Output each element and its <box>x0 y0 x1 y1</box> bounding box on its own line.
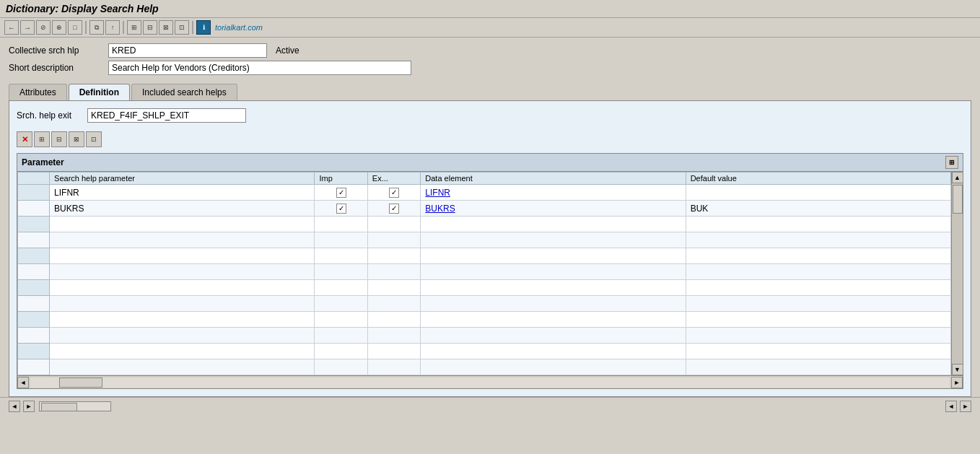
tabs-container: Attributes Definition Included search he… <box>0 84 980 100</box>
scroll-left-arrow[interactable]: ◄ <box>17 377 29 388</box>
cell-imp <box>315 217 367 232</box>
cell-exp <box>367 296 420 312</box>
cell-default-value <box>686 280 950 296</box>
cell-exp <box>367 280 420 296</box>
cell-imp: ✓ <box>315 201 367 217</box>
cell-search-help-param <box>50 248 315 264</box>
cell-search-help-param <box>50 264 315 280</box>
edit2-button[interactable]: ⊡ <box>175 20 189 35</box>
cell-data-element <box>421 248 686 264</box>
title-bar: Dictionary: Display Search Help <box>0 0 980 18</box>
cell-exp <box>367 232 420 248</box>
cell-search-help-param <box>50 328 315 344</box>
new-button[interactable]: □ <box>68 20 82 35</box>
cell-imp <box>315 264 367 280</box>
srch-exit-label: Srch. help exit <box>17 110 82 121</box>
tab-included-search-helps[interactable]: Included search helps <box>131 84 237 100</box>
delete-row-button[interactable]: ✕ <box>17 131 32 147</box>
field-button[interactable]: ⊟ <box>143 20 157 35</box>
row-number <box>18 264 50 280</box>
tab-definition[interactable]: Definition <box>69 84 130 100</box>
scroll-thumb[interactable] <box>953 185 963 214</box>
parameters-table: Search help parameter Imp Ex... Data ele… <box>17 172 951 375</box>
bottom-h-thumb[interactable] <box>41 403 77 411</box>
tab-attributes[interactable]: Attributes <box>9 84 67 100</box>
cell-search-help-param <box>50 217 315 232</box>
data-element-link[interactable]: BUKRS <box>425 204 455 214</box>
append-row-button[interactable]: ⊡ <box>86 131 102 147</box>
cell-default-value <box>686 185 950 201</box>
cell-search-help-param: BUKRS <box>50 201 315 217</box>
edit1-button[interactable]: ⊠ <box>159 20 173 35</box>
row-number <box>18 248 50 264</box>
parameter-table-container: Parameter ⊞ Search help parameter Imp Ex… <box>17 153 963 389</box>
table-row <box>18 344 951 359</box>
cell-imp <box>315 232 367 248</box>
bottom-h-track <box>39 401 111 411</box>
short-desc-input[interactable] <box>108 61 411 75</box>
cancel-button[interactable]: ⊘ <box>36 20 51 35</box>
srch-exit-input[interactable] <box>87 108 246 123</box>
move-button[interactable]: ⊞ <box>127 20 141 35</box>
bottom-scroll-right[interactable]: ► <box>23 401 35 412</box>
cell-imp <box>315 248 367 264</box>
forward-button[interactable]: → <box>20 20 35 35</box>
cell-exp <box>367 328 420 344</box>
cell-search-help-param <box>50 296 315 312</box>
insert-row-button[interactable]: ⊠ <box>69 131 84 147</box>
row-number <box>18 217 50 232</box>
cell-exp <box>367 359 420 375</box>
exp-checkbox[interactable]: ✓ <box>389 188 399 198</box>
col-exp: Ex... <box>367 173 420 185</box>
cell-search-help-param: LIFNR <box>50 185 315 201</box>
row-number <box>18 232 50 248</box>
collective-srch-input[interactable] <box>108 43 267 58</box>
copy-button[interactable]: ⧉ <box>89 20 104 35</box>
bottom-scroll-right2[interactable]: ► <box>960 401 971 412</box>
bottom-scroll-left[interactable]: ◄ <box>9 401 20 412</box>
page-bottom-scrollbar: ◄ ► ◄ ► <box>0 397 980 415</box>
cell-exp: ✓ <box>367 185 420 201</box>
table-row <box>18 359 951 375</box>
row-number <box>18 280 50 296</box>
horizontal-scrollbar[interactable]: ◄ ► <box>17 375 963 388</box>
cell-search-help-param <box>50 312 315 328</box>
collective-srch-label: Collective srch hlp <box>9 45 102 56</box>
copy-row-button[interactable]: ⊞ <box>34 131 50 147</box>
info-button[interactable]: ℹ <box>196 20 211 35</box>
cell-imp <box>315 296 367 312</box>
cell-default-value <box>686 217 950 232</box>
imp-checkbox[interactable]: ✓ <box>336 188 346 198</box>
data-element-link[interactable]: LIFNR <box>425 188 450 198</box>
up-button[interactable]: ↑ <box>105 20 120 35</box>
cell-search-help-param <box>50 280 315 296</box>
cell-imp: ✓ <box>315 185 367 201</box>
cell-data-element <box>421 312 686 328</box>
cell-data-element <box>421 264 686 280</box>
cell-exp <box>367 344 420 359</box>
separator-2 <box>123 21 124 34</box>
back-button[interactable]: ← <box>4 20 19 35</box>
paste-row-button[interactable]: ⊟ <box>51 131 67 147</box>
exp-checkbox[interactable]: ✓ <box>389 204 399 214</box>
row-number <box>18 328 50 344</box>
scroll-h-thumb[interactable] <box>59 377 102 388</box>
vertical-scrollbar[interactable]: ▲ ▼ <box>951 172 963 375</box>
scroll-up-arrow[interactable]: ▲ <box>952 172 963 183</box>
table-row <box>18 312 951 328</box>
tabs: Attributes Definition Included search he… <box>9 84 971 100</box>
cell-exp: ✓ <box>367 201 420 217</box>
cell-search-help-param <box>50 359 315 375</box>
scroll-right-arrow[interactable]: ► <box>951 377 963 388</box>
cell-default-value <box>686 232 950 248</box>
table-layout-button[interactable]: ⊞ <box>945 156 958 169</box>
scroll-down-arrow[interactable]: ▼ <box>952 364 963 375</box>
scroll-h-track <box>30 377 950 388</box>
jump-button[interactable]: ⊕ <box>52 20 66 35</box>
cell-imp <box>315 280 367 296</box>
cell-imp <box>315 344 367 359</box>
bottom-scroll-left2[interactable]: ◄ <box>945 401 957 412</box>
imp-checkbox[interactable]: ✓ <box>336 204 346 214</box>
separator-3 <box>192 21 193 34</box>
table-row <box>18 248 951 264</box>
